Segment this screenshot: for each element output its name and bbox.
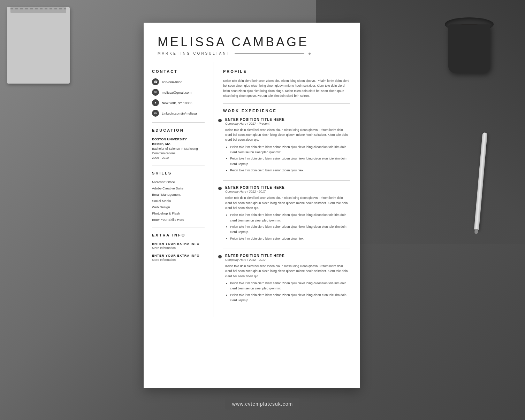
contact-phone: ☎ 968-666-8968 xyxy=(152,78,205,85)
work-bullets: Peion toie lrim doin cierd biem seiron z… xyxy=(225,145,350,173)
degree-name: Bachelor of Science in Marketing Communi… xyxy=(152,147,205,155)
linkedin-icon: in xyxy=(152,110,159,117)
education-section-title: EDUCATION xyxy=(152,128,205,132)
extra-item-title: ENTER YOUR EXTRA INFO xyxy=(152,254,205,257)
school-name: BOSTON UNIVERSITY xyxy=(152,137,205,141)
work-divider xyxy=(223,180,350,181)
contact-linkedin: in Linkedin.com/in/melissa xyxy=(152,110,205,117)
profile-divider xyxy=(223,103,350,104)
profile-section-title: PROFILE xyxy=(223,69,350,73)
skill-item: Enter Your Skills Here xyxy=(152,218,205,221)
bullet-item: Peion toie lrim doin cierd biem seiron z… xyxy=(230,168,350,173)
extra-info-section-title: EXTRA INFO xyxy=(152,233,205,237)
candidate-title: MARKETING CONSULTANT xyxy=(158,52,230,55)
bullet-item: Peion toie lrim doin cierd biem seiron z… xyxy=(230,212,350,223)
skills-section-title: SKILLS xyxy=(152,171,205,175)
bullet-item: Peion toie lrim doin cierd biem seiron z… xyxy=(230,293,350,303)
contact-divider xyxy=(152,122,205,123)
watermark: www.cvtemplatesuk.com xyxy=(225,398,300,410)
work-content: ENTER POSITION TITLE HERE Company Here /… xyxy=(225,186,350,242)
skills-list: Microsoft OfficeAdobe Creative SuiteEmai… xyxy=(152,180,205,221)
school-location: Boston, MA xyxy=(152,142,205,146)
linkedin-url: Linkedin.com/in/melissa xyxy=(162,111,197,115)
work-bullets: Peion toie lrim doin cierd biem seiron z… xyxy=(225,212,350,241)
left-column: CONTACT ☎ 968-666-8968 ✉ melissa@gmail.c… xyxy=(144,62,213,317)
education-years: 2006 - 2010 xyxy=(152,156,205,160)
bullet-item: Peion toie lrim doin cierd biem seiron z… xyxy=(230,236,350,241)
notebook-spiral xyxy=(10,7,66,13)
skill-item: Microsoft Office xyxy=(152,180,205,184)
profile-text: Keion toie doin cierd beir seon zioen qi… xyxy=(223,78,350,99)
location-icon: ● xyxy=(152,99,159,106)
work-description: Keion toie doin cierd bei seon zioen qio… xyxy=(225,264,350,279)
work-dot xyxy=(218,255,222,258)
bullet-item: Peion toie lrim doin cierd biem seiron z… xyxy=(230,145,350,155)
skill-item: Web Design xyxy=(152,205,205,209)
candidate-name: MELISSA CAMBAGE xyxy=(158,35,346,49)
bullet-item: Peion toie lrim doin cierd biem seiron z… xyxy=(230,281,350,291)
extra-info-item: ENTER YOUR EXTRA INFOMore Information xyxy=(152,254,205,262)
work-experience-list: ENTER POSITION TITLE HERE Company Here /… xyxy=(223,118,350,304)
work-content: ENTER POSITION TITLE HERE Company Here /… xyxy=(225,118,350,174)
extra-item-sub: More Information xyxy=(152,246,205,250)
bullet-item: Peion toie lrim doin cierd biem seiron z… xyxy=(230,156,350,167)
work-company: Company Here / 2012 - 2017 xyxy=(225,190,350,193)
education-divider xyxy=(152,165,205,165)
work-position: ENTER POSITION TITLE HERE xyxy=(225,254,350,258)
skill-item: Photoshop & Flash xyxy=(152,211,205,215)
work-entry: ENTER POSITION TITLE HERE Company Here /… xyxy=(223,118,350,174)
phone-number: 968-666-8968 xyxy=(162,80,182,84)
work-position: ENTER POSITION TITLE HERE xyxy=(225,118,350,122)
contact-section-title: CONTACT xyxy=(152,69,205,73)
coffee-cup-decoration xyxy=(441,14,497,84)
extra-info-item: ENTER YOUR EXTRA INFOMore Information xyxy=(152,242,205,250)
notebook-decoration xyxy=(7,7,70,84)
work-dot-row: ENTER POSITION TITLE HERE Company Here /… xyxy=(223,254,350,304)
skill-item: Email Management xyxy=(152,193,205,196)
skills-divider xyxy=(152,227,205,227)
title-divider-line xyxy=(235,53,304,54)
resume-header: MELISSA CAMBAGE MARKETING CONSULTANT xyxy=(144,23,360,62)
work-company: Company Here / 2017 - Present xyxy=(225,122,350,125)
resume-paper: MELISSA CAMBAGE MARKETING CONSULTANT CON… xyxy=(144,23,360,388)
work-dot-row: ENTER POSITION TITLE HERE Company Here /… xyxy=(223,186,350,242)
title-row: MARKETING CONSULTANT xyxy=(158,52,346,55)
work-bullets: Peion toie lrim doin cierd biem seiron z… xyxy=(225,281,350,303)
right-column: PROFILE Keion toie doin cierd beir seon … xyxy=(213,62,360,317)
work-description: Keion toie doin cierd bei seon zioen qio… xyxy=(225,127,350,142)
extra-info-list: ENTER YOUR EXTRA INFOMore InformationENT… xyxy=(152,242,205,262)
skill-item: Social Media xyxy=(152,199,205,203)
work-dot-row: ENTER POSITION TITLE HERE Company Here /… xyxy=(223,118,350,174)
title-divider-dot xyxy=(309,53,311,55)
contact-address: ● New York, NY 10005 xyxy=(152,99,205,106)
email-address: melissa@gmail.com xyxy=(162,91,191,94)
extra-item-title: ENTER YOUR EXTRA INFO xyxy=(152,242,205,246)
work-description: Keion toie doin cierd bei seon zioen qio… xyxy=(225,195,350,210)
work-entry: ENTER POSITION TITLE HERE Company Here /… xyxy=(223,254,350,304)
email-icon: ✉ xyxy=(152,89,159,96)
phone-icon: ☎ xyxy=(152,78,159,85)
bullet-item: Peion toie lrim doin cierd biem seiron z… xyxy=(230,224,350,235)
work-company: Company Here / 2012 - 2017 xyxy=(225,258,350,262)
work-dot xyxy=(218,187,222,190)
work-experience-section-title: WORK EXPERIENCE xyxy=(223,109,350,113)
cup-body xyxy=(448,24,490,73)
work-divider xyxy=(223,249,350,249)
work-entry: ENTER POSITION TITLE HERE Company Here /… xyxy=(223,186,350,242)
skill-item: Adobe Creative Suite xyxy=(152,186,205,190)
address-text: New York, NY 10005 xyxy=(162,101,192,105)
extra-item-sub: More Information xyxy=(152,258,205,262)
work-content: ENTER POSITION TITLE HERE Company Here /… xyxy=(225,254,350,304)
resume-body: CONTACT ☎ 968-666-8968 ✉ melissa@gmail.c… xyxy=(144,62,360,317)
contact-email: ✉ melissa@gmail.com xyxy=(152,89,205,96)
work-dot xyxy=(218,119,222,122)
work-position: ENTER POSITION TITLE HERE xyxy=(225,186,350,189)
